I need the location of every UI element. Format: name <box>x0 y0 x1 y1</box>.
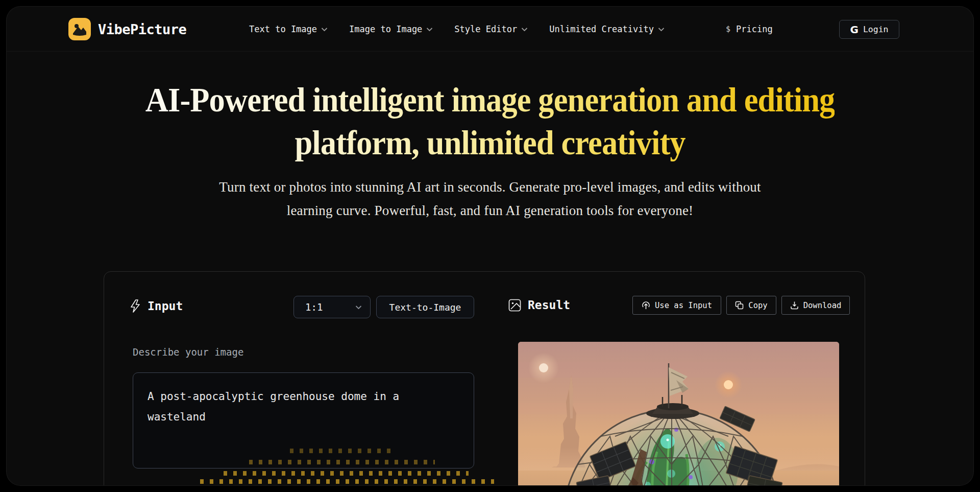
nav-item-text-to-image[interactable]: Text to Image <box>249 24 328 34</box>
subtitle-line-1: Turn text or photos into stunning AI art… <box>7 175 973 199</box>
nav-item-label: Image to Image <box>349 24 422 34</box>
title-line-2: platform, unlimited creativity <box>145 121 835 164</box>
brand-logo[interactable]: VibePicture <box>68 18 186 40</box>
image-frame-icon <box>508 299 521 312</box>
nav-item-label: Unlimited Creativity <box>549 24 654 34</box>
nav-item-pricing[interactable]: $ Pricing <box>726 7 773 52</box>
pricing-label: Pricing <box>736 24 773 34</box>
title-line-1: AI-Powered intelligent image generation … <box>145 78 835 121</box>
download-label: Download <box>803 301 842 310</box>
nav-item-label: Style Editor <box>454 24 517 34</box>
copy-icon <box>735 301 744 310</box>
text-to-image-mode-button[interactable]: Text-to-Image <box>376 296 474 318</box>
nav-item-unlimited-creativity[interactable]: Unlimited Creativity <box>549 24 665 34</box>
copy-button[interactable]: Copy <box>726 296 776 315</box>
input-section-heading: Input <box>130 299 183 313</box>
use-as-input-label: Use as Input <box>655 301 712 310</box>
describe-label: Describe your image <box>133 346 243 358</box>
nav-menu: Text to Image Image to Image Style Edito… <box>249 7 665 52</box>
subtitle-line-2: learning curve. Powerful, fast, and fun … <box>7 199 973 222</box>
lightning-bolt-icon <box>130 299 141 313</box>
workspace-panel: Input 1:1 Text-to-Image Result <box>104 271 865 486</box>
upload-arrow-icon <box>642 301 650 310</box>
result-section-heading: Result <box>508 298 570 312</box>
app-frame: VibePicture Text to Image Image to Image… <box>6 6 974 486</box>
result-image-preview <box>518 342 839 486</box>
google-g-icon: G <box>850 24 858 36</box>
copy-label: Copy <box>748 301 767 310</box>
chevron-down-icon <box>658 27 665 32</box>
aspect-ratio-select[interactable]: 1:1 <box>293 296 371 318</box>
picture-logo-icon <box>68 18 91 40</box>
nav-item-style-editor[interactable]: Style Editor <box>454 24 528 34</box>
download-button[interactable]: Download <box>781 296 850 315</box>
nav-item-image-to-image[interactable]: Image to Image <box>349 24 433 34</box>
result-actions: Use as Input Copy Download <box>632 296 850 315</box>
download-icon <box>790 301 799 310</box>
mode-button-label: Text-to-Image <box>389 302 461 313</box>
brand-name: VibePicture <box>98 21 186 37</box>
page-title: AI-Powered intelligent image generation … <box>145 78 835 164</box>
chevron-down-icon <box>355 305 362 310</box>
prompt-textarea[interactable]: A post-apocalyptic greenhouse dome in a … <box>133 372 474 468</box>
input-heading-label: Input <box>148 299 183 313</box>
login-label: Login <box>863 25 889 34</box>
result-heading-label: Result <box>528 298 570 312</box>
top-navbar: VibePicture Text to Image Image to Image… <box>7 7 973 52</box>
nav-item-label: Text to Image <box>249 24 317 34</box>
login-button[interactable]: G Login <box>839 20 899 39</box>
chevron-down-icon <box>321 27 328 32</box>
use-as-input-button[interactable]: Use as Input <box>632 296 721 315</box>
chevron-down-icon <box>426 27 433 32</box>
dollar-icon: $ <box>726 25 730 34</box>
page-subtitle: Turn text or photos into stunning AI art… <box>7 175 973 222</box>
aspect-ratio-value: 1:1 <box>305 301 323 313</box>
chevron-down-icon <box>521 27 528 32</box>
